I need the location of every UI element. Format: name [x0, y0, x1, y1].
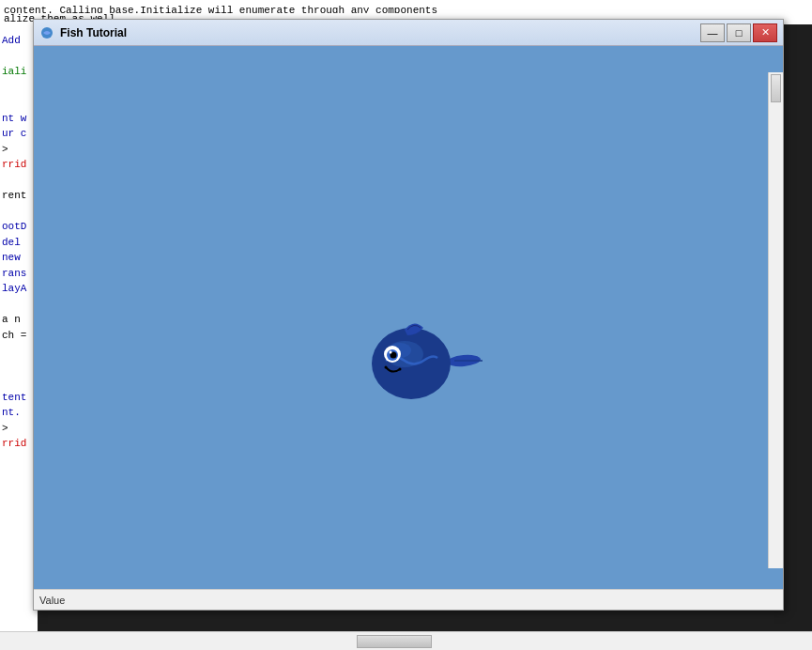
title-buttons: — □ ✕ — [700, 23, 777, 42]
code-line: nt. — [2, 405, 36, 421]
code-line: iali — [2, 64, 36, 80]
code-line: > — [2, 421, 36, 437]
fish-svg — [353, 309, 484, 412]
vertical-scrollbar[interactable] — [768, 72, 783, 568]
code-line: tent — [2, 390, 36, 406]
code-line: > — [2, 142, 36, 158]
status-bar: Value — [34, 589, 783, 610]
code-line — [2, 374, 36, 390]
code-line: ur c — [2, 126, 36, 142]
code-line: nt w — [2, 111, 36, 127]
code-line: Add — [2, 33, 36, 49]
code-line: rrid — [2, 436, 36, 452]
code-line: ootD — [2, 219, 36, 235]
close-button[interactable]: ✕ — [753, 23, 777, 42]
code-line — [2, 343, 36, 359]
code-line: rans — [2, 266, 36, 282]
window-title: Fish Tutorial — [60, 26, 127, 39]
svg-point-10 — [385, 366, 388, 369]
title-bar-left: Fish Tutorial — [39, 25, 127, 40]
title-bar: Fish Tutorial — □ ✕ — [34, 20, 783, 46]
svg-point-11 — [399, 368, 402, 371]
fish-tutorial-window: Fish Tutorial — □ ✕ — [33, 19, 784, 611]
code-line: layA — [2, 281, 36, 297]
status-text: Value — [39, 595, 65, 606]
code-line: ch = — [2, 328, 36, 344]
maximize-button[interactable]: □ — [727, 23, 751, 42]
h-scroll-thumb[interactable] — [357, 635, 432, 648]
code-line — [2, 49, 36, 65]
fish-character — [353, 309, 484, 422]
code-line — [2, 359, 36, 375]
code-line: a n — [2, 312, 36, 328]
left-code-panel: rrid Add iali nt w ur c > rrid rent ootD… — [0, 0, 38, 650]
code-line — [2, 297, 36, 313]
game-viewport — [34, 46, 783, 589]
code-line: new — [2, 250, 36, 266]
code-line — [2, 95, 36, 111]
scroll-thumb[interactable] — [771, 74, 781, 102]
code-line: rent — [2, 188, 36, 204]
horizontal-scrollbar[interactable] — [0, 631, 812, 650]
code-line — [2, 80, 36, 96]
code-line — [2, 204, 36, 220]
minimize-button[interactable]: — — [700, 23, 725, 42]
code-line: del — [2, 235, 36, 251]
code-line: rrid — [2, 157, 36, 173]
window-icon — [39, 25, 54, 40]
code-line — [2, 173, 36, 189]
svg-point-9 — [390, 351, 392, 354]
